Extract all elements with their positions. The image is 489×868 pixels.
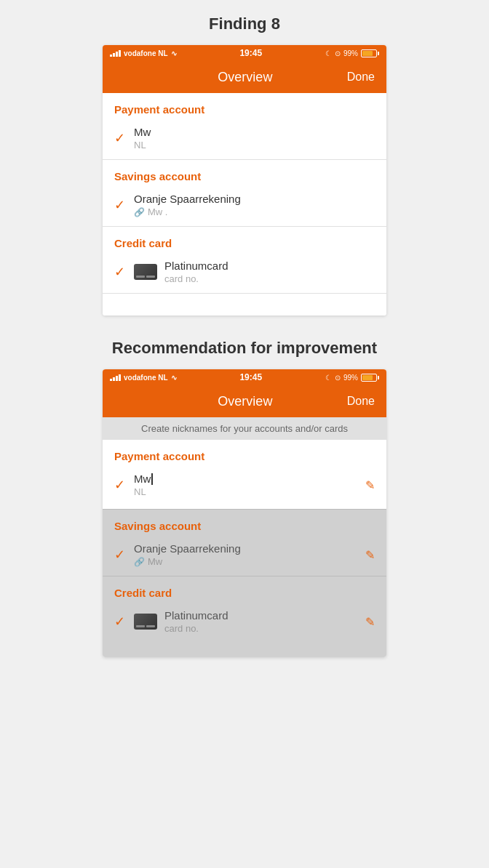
location-icon: ⊙: [335, 49, 341, 57]
card-thumbnail: [134, 264, 157, 280]
wifi-icon: ∿: [171, 49, 177, 57]
recommendation-phone-frame: vodafone NL ∿ 19:45 ☾ ⊙ 99% Overview Don…: [103, 369, 386, 657]
rec-savings-account-info: Oranje Spaarrekening 🔗 Mw: [134, 542, 359, 567]
checkmark-credit-icon: ✓: [114, 264, 125, 280]
payment-account-row: ✓ Mw NL: [103, 120, 386, 159]
hint-bar: Create nicknames for your accounts and/o…: [103, 417, 386, 440]
rec-payment-account-row: ✓ Mw NL ✎: [103, 467, 386, 506]
payment-account-info: Mw NL: [134, 126, 375, 150]
checkmark-savings-icon: ✓: [114, 197, 125, 213]
finding-content: Payment account ✓ Mw NL Savings account …: [103, 93, 386, 316]
rec-dimmed-sections: Savings account ✓ Oranje Spaarrekening 🔗…: [103, 509, 386, 657]
rec-payment-account-name: Mw: [134, 473, 359, 485]
battery-icon: [361, 49, 379, 57]
rec-done-button[interactable]: Done: [347, 395, 375, 408]
rec-savings-section-label: Savings account: [103, 510, 386, 537]
rec-credit-account-row: ✓ Platinumcard card no. ✎: [103, 603, 386, 643]
savings-account-sub: 🔗 Mw .: [134, 206, 375, 217]
recommendation-title: Recommendation for improvement: [112, 339, 377, 358]
rec-checkmark-credit-icon: ✓: [114, 614, 125, 630]
rec-location-icon: ⊙: [335, 374, 341, 382]
rec-nav-title: Overview: [218, 394, 272, 409]
status-bar: vodafone NL ∿ 19:45 ☾ ⊙ 99%: [103, 45, 386, 61]
rec-edit-savings-icon[interactable]: ✎: [365, 548, 375, 562]
savings-account-name: Oranje Spaarrekening: [134, 193, 375, 205]
rec-credit-section-label: Credit card: [103, 576, 386, 603]
rec-moon-icon: ☾: [325, 374, 332, 382]
rec-credit-account-info: Platinumcard card no.: [164, 609, 359, 634]
credit-account-info: Platinumcard card no.: [164, 260, 375, 284]
rec-link-icon: 🔗: [134, 557, 145, 567]
done-button[interactable]: Done: [347, 71, 375, 84]
savings-section-label: Savings account: [103, 160, 386, 187]
savings-account-row: ✓ Oranje Spaarrekening 🔗 Mw .: [103, 187, 386, 226]
rec-carrier-label: vodafone NL: [124, 374, 168, 382]
time-display: 19:45: [239, 48, 262, 58]
rec-credit-account-sub: card no.: [164, 623, 359, 634]
rec-checkmark-savings-icon: ✓: [114, 547, 125, 563]
rec-payment-content: Payment account ✓ Mw NL ✎: [103, 440, 386, 509]
rec-wifi-icon: ∿: [171, 374, 177, 382]
payment-account-sub: NL: [134, 140, 375, 150]
rec-signal-icon: [110, 374, 121, 381]
signal-icon: [110, 49, 121, 57]
carrier-label: vodafone NL: [124, 49, 168, 57]
rec-payment-account-sub: NL: [134, 486, 359, 497]
link-icon: 🔗: [134, 207, 145, 217]
savings-account-info: Oranje Spaarrekening 🔗 Mw .: [134, 193, 375, 217]
rec-battery-percent: 99%: [343, 374, 358, 382]
battery-percent: 99%: [343, 49, 358, 57]
nav-title: Overview: [218, 70, 272, 85]
rec-savings-sub-text: Mw: [148, 556, 162, 567]
rec-nav-bar: Overview Done: [103, 385, 386, 417]
savings-sub-text: Mw .: [148, 206, 167, 217]
rec-checkmark-payment-icon: ✓: [114, 477, 125, 493]
moon-icon: ☾: [325, 49, 332, 57]
rec-savings-account-row: ✓ Oranje Spaarrekening 🔗 Mw ✎: [103, 537, 386, 576]
finding-phone-frame: vodafone NL ∿ 19:45 ☾ ⊙ 99% Overview Don…: [103, 45, 386, 316]
checkmark-icon: ✓: [114, 130, 125, 146]
rec-time-display: 19:45: [239, 372, 262, 382]
rec-status-bar: vodafone NL ∿ 19:45 ☾ ⊙ 99%: [103, 369, 386, 385]
rec-edit-payment-icon[interactable]: ✎: [365, 478, 375, 492]
rec-payment-account-info: Mw NL: [134, 473, 359, 497]
credit-account-row: ✓ Platinumcard card no.: [103, 254, 386, 293]
nav-bar: Overview Done: [103, 61, 386, 93]
rec-savings-account-sub: 🔗 Mw: [134, 556, 359, 567]
credit-account-sub: card no.: [164, 273, 375, 284]
credit-section-label: Credit card: [103, 227, 386, 254]
rec-savings-account-name: Oranje Spaarrekening: [134, 542, 359, 555]
rec-edit-credit-icon[interactable]: ✎: [365, 615, 375, 629]
rec-credit-account-name: Platinumcard: [164, 609, 359, 622]
payment-account-name: Mw: [134, 126, 375, 138]
rec-card-thumbnail: [134, 614, 157, 630]
page-title: Finding 8: [209, 15, 280, 33]
credit-account-name: Platinumcard: [164, 260, 375, 272]
payment-section-label: Payment account: [103, 93, 386, 120]
rec-payment-section-label: Payment account: [103, 440, 386, 467]
rec-battery-icon: [361, 374, 379, 382]
